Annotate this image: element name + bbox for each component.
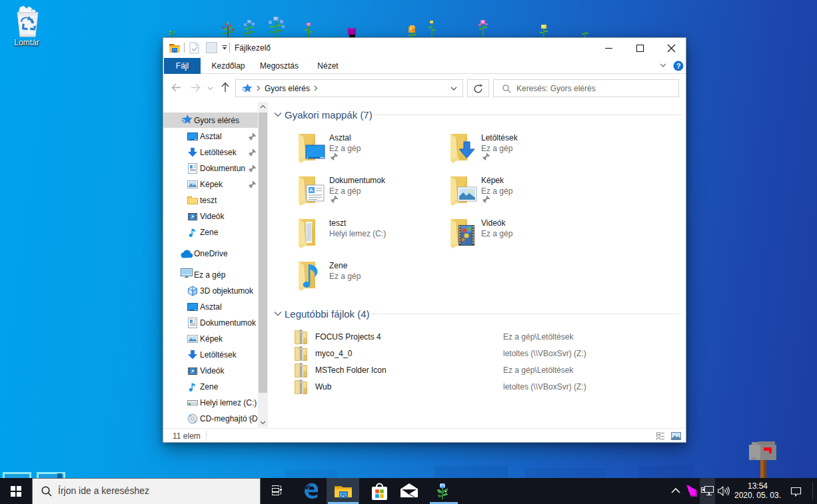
svg-text:?: ? <box>676 62 681 70</box>
